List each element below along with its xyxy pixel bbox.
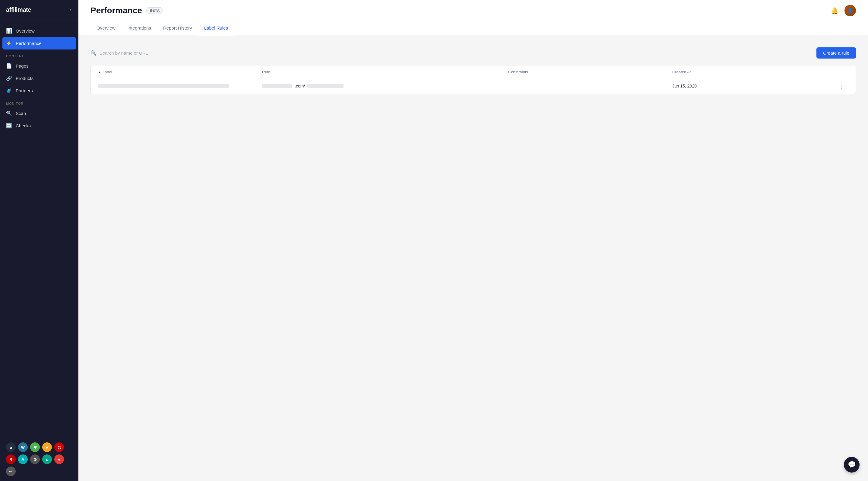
logo: affilimate [6, 6, 31, 13]
tab-overview[interactable]: Overview [91, 21, 122, 35]
lightning-icon: ⚡ [6, 40, 12, 46]
top-header: Performance BETA 🔔 👤 [79, 0, 868, 21]
integration-i1[interactable]: ⊘ [30, 454, 40, 464]
sort-icon: ▲ [98, 70, 101, 74]
sidebar-item-pages[interactable]: 📄 Pages [0, 60, 79, 72]
integration-cj[interactable]: ✱ [30, 442, 40, 452]
sidebar-item-partners[interactable]: 🧳 Partners [0, 85, 79, 97]
chat-button[interactable]: 💬 [844, 457, 860, 473]
products-icon: 🔗 [6, 76, 12, 81]
tab-integrations[interactable]: Integrations [122, 21, 157, 35]
sidebar-collapse-button[interactable]: ‹ [68, 5, 72, 14]
row-more-button[interactable]: ⋮ [836, 82, 846, 90]
column-header-label[interactable]: ▲ Label [98, 70, 262, 74]
rule-skeleton-right [307, 84, 343, 88]
sidebar-item-performance[interactable]: ⚡ Performance [2, 37, 76, 50]
refresh-icon: 🔄 [6, 123, 12, 128]
avatar-image: 👤 [847, 7, 853, 13]
sidebar-item-label: Products [16, 76, 33, 81]
cell-created-at: Jun 15, 2020 [672, 84, 836, 88]
chat-icon: 💬 [848, 461, 856, 469]
page-title-area: Performance BETA [91, 6, 163, 16]
content-section-label: CONTENT [0, 50, 79, 60]
sidebar-item-label: Scan [16, 111, 26, 116]
integrations-area: a W ✱ ★ ◎ R A ⊘ s ● ••• [0, 438, 79, 481]
sidebar-item-label: Pages [16, 63, 29, 68]
avatar[interactable]: 👤 [844, 5, 856, 16]
integration-target[interactable]: ◎ [54, 442, 64, 452]
rule-value: .com/ [294, 84, 305, 88]
monitor-section-label: MONITOR [0, 97, 79, 107]
rules-table: ▲ Label Rule Constraints Created At .com… [91, 66, 856, 94]
integration-wordpress[interactable]: W [18, 442, 28, 452]
bell-icon: 🔔 [831, 7, 838, 14]
chart-icon: 📊 [6, 28, 12, 34]
column-header-constraints: Constraints [508, 70, 672, 74]
sidebar: affilimate ‹ 📊 Overview ⚡ Performance CO… [0, 0, 79, 481]
sidebar-item-products[interactable]: 🔗 Products [0, 72, 79, 85]
create-rule-button[interactable]: Create a rule [816, 48, 856, 59]
sidebar-item-label: Performance [16, 41, 42, 46]
integration-awin[interactable]: A [18, 454, 28, 464]
column-header-created-at: Created At [672, 70, 836, 74]
search-input[interactable] [99, 51, 190, 56]
page-title: Performance [91, 6, 142, 16]
content-area: 🔍 Create a rule ▲ Label Rule Constraints… [79, 35, 868, 481]
table-header-row: ▲ Label Rule Constraints Created At [91, 66, 856, 78]
sidebar-item-overview[interactable]: 📊 Overview [0, 25, 79, 37]
search-create-row: 🔍 Create a rule [91, 48, 856, 59]
partners-icon: 🧳 [6, 88, 12, 94]
cell-rule: .com/ [262, 84, 508, 88]
sidebar-nav: 📊 Overview ⚡ Performance CONTENT 📄 Pages… [0, 20, 79, 438]
integration-amazon[interactable]: a [6, 442, 16, 452]
integration-more[interactable]: ••• [6, 467, 16, 476]
main-content: Performance BETA 🔔 👤 Overview Integratio… [79, 0, 868, 481]
notification-button[interactable]: 🔔 [830, 6, 840, 16]
cell-actions: ⋮ [836, 82, 848, 90]
header-actions: 🔔 👤 [830, 5, 856, 16]
cell-label [98, 84, 262, 88]
search-icon: 🔍 [91, 50, 96, 56]
label-skeleton [98, 84, 229, 88]
integration-i2[interactable]: s [42, 454, 52, 464]
sidebar-item-scan[interactable]: 🔍 Scan [0, 107, 79, 120]
tab-label-rules[interactable]: Label Rules [198, 21, 234, 35]
beta-badge: BETA [146, 7, 163, 14]
column-header-rule: Rule [262, 70, 508, 74]
sidebar-item-label: Partners [16, 88, 33, 93]
sidebar-item-label: Checks [16, 123, 31, 128]
column-header-actions [836, 70, 848, 74]
rule-skeleton-left [262, 84, 292, 88]
search-container: 🔍 [91, 50, 190, 56]
sidebar-header: affilimate ‹ [0, 0, 79, 20]
integration-i3[interactable]: ● [54, 454, 64, 464]
tab-report-history[interactable]: Report History [157, 21, 198, 35]
table-row: .com/ Jun 15, 2020 ⋮ [91, 78, 856, 94]
sidebar-item-checks[interactable]: 🔄 Checks [0, 120, 79, 132]
integration-rakuten[interactable]: R [6, 454, 16, 464]
pages-icon: 📄 [6, 63, 12, 69]
tabs-bar: Overview Integrations Report History Lab… [79, 21, 868, 35]
search-icon: 🔍 [6, 111, 12, 116]
sidebar-item-label: Overview [16, 28, 35, 33]
integration-shareasale[interactable]: ★ [42, 442, 52, 452]
